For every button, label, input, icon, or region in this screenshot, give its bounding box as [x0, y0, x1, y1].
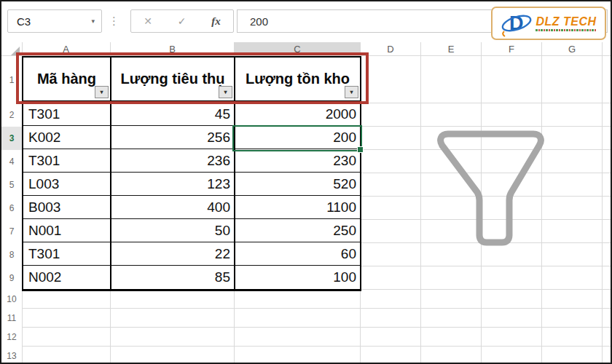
table-header-cell[interactable]: Lượng tiêu thụ ▾: [111, 58, 235, 103]
column-header-c[interactable]: C: [235, 42, 360, 56]
formula-bar-value: 200: [238, 15, 268, 28]
table-cell[interactable]: 2000: [235, 103, 360, 126]
table-cell[interactable]: 400: [111, 196, 235, 219]
table-header-label: Lượng tiêu thụ: [120, 71, 224, 87]
column-header-d[interactable]: D: [361, 42, 420, 56]
row-header-11[interactable]: 11: [1, 309, 22, 328]
chevron-down-icon[interactable]: ▾: [91, 17, 101, 25]
table-cell[interactable]: T301: [23, 103, 111, 126]
table-cell[interactable]: 123: [111, 173, 235, 196]
table-header-cell[interactable]: Lượng tồn kho ▾: [235, 58, 360, 103]
table-cell[interactable]: N001: [23, 219, 111, 242]
table-cell[interactable]: 230: [235, 149, 360, 173]
column-header-f[interactable]: F: [482, 42, 541, 56]
table-cell[interactable]: T301: [23, 242, 111, 266]
row-header-1[interactable]: 1: [1, 56, 22, 103]
gridline: [602, 42, 603, 364]
table-header-label: Lượng tồn kho: [246, 71, 350, 87]
table-cell[interactable]: 520: [235, 173, 360, 196]
table-header-cell[interactable]: Mã hàng ▾: [23, 58, 111, 103]
table-cell[interactable]: 100: [235, 266, 360, 289]
table-cell[interactable]: 45: [111, 103, 235, 126]
commit-icon[interactable]: ✓: [178, 15, 187, 27]
formula-actions: ✕ ✓ fx: [130, 9, 234, 33]
name-box[interactable]: C3 ▾: [7, 9, 102, 33]
filter-funnel-icon: [434, 127, 547, 250]
row-header-7[interactable]: 7: [1, 220, 22, 243]
row-header-12[interactable]: 12: [1, 328, 22, 347]
name-box-value: C3: [8, 15, 91, 28]
row-header-5[interactable]: 5: [1, 173, 22, 197]
spreadsheet-window: C3 ▾ ⋮ ✕ ✓ fx 200 D DLZ TECH: [0, 0, 612, 364]
row-header-10[interactable]: 10: [1, 290, 22, 309]
table-cell[interactable]: N002: [23, 266, 111, 289]
table-header-label: Mã hàng: [37, 71, 96, 87]
gridline: [420, 42, 421, 364]
filter-dropdown-button[interactable]: ▾: [219, 86, 232, 98]
gridline: [22, 327, 612, 328]
table-cell[interactable]: L003: [23, 173, 111, 196]
table-cell-selected[interactable]: 200: [235, 126, 360, 149]
row-header-4[interactable]: 4: [1, 150, 22, 173]
column-header-e[interactable]: E: [421, 42, 481, 56]
table-cell[interactable]: 85: [111, 266, 235, 289]
column-header-a[interactable]: A: [22, 42, 110, 56]
filter-dropdown-button[interactable]: ▾: [345, 86, 358, 98]
logo-brand-text: DLZ TECH: [536, 15, 596, 28]
row-header-2[interactable]: 2: [1, 103, 22, 127]
insert-function-icon[interactable]: fx: [211, 15, 221, 28]
row-header-13[interactable]: 13: [1, 347, 22, 364]
gridline: [22, 346, 612, 347]
row-header-9[interactable]: 9: [1, 266, 22, 290]
select-all-button[interactable]: [11, 47, 20, 55]
logo-d-orbit-icon: D: [501, 9, 533, 38]
column-header-g[interactable]: G: [542, 42, 602, 56]
cancel-icon[interactable]: ✕: [144, 15, 152, 27]
filter-dropdown-button[interactable]: ▾: [95, 86, 109, 98]
data-table: Mã hàng ▾ Lượng tiêu thụ ▾ Lượng tồn kho…: [22, 56, 361, 291]
table-cell[interactable]: T301: [23, 149, 111, 173]
row-header-8[interactable]: 8: [1, 243, 22, 266]
gridline: [22, 308, 612, 309]
logo-text: DLZ TECH: [536, 15, 597, 31]
table-cell[interactable]: 1100: [235, 196, 360, 219]
logo-tagline: [536, 29, 597, 31]
table-cell[interactable]: 22: [111, 242, 235, 266]
row-header-6[interactable]: 6: [1, 197, 22, 220]
table-cell[interactable]: 50: [111, 219, 235, 242]
row-header-3[interactable]: 3: [1, 127, 22, 150]
table-cell[interactable]: 60: [235, 242, 360, 266]
table-cell[interactable]: 236: [111, 149, 235, 173]
more-options-icon[interactable]: ⋮: [109, 15, 119, 28]
table-cell[interactable]: 250: [235, 219, 360, 242]
table-cell[interactable]: B003: [23, 196, 111, 219]
table-cell[interactable]: 256: [111, 126, 235, 149]
dlz-tech-logo: D DLZ TECH: [491, 7, 606, 40]
column-header-b[interactable]: B: [111, 42, 234, 56]
table-cell[interactable]: K002: [23, 126, 111, 149]
